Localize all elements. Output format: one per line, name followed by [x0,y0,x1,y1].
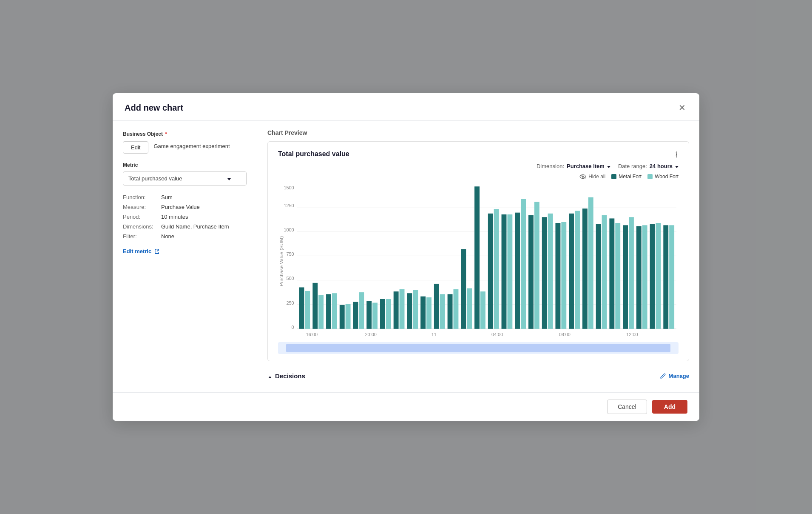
metric-select[interactable]: Total purchased value [123,171,247,186]
cancel-button[interactable]: Cancel [607,400,647,414]
metric-label: Metric [123,162,247,168]
dimension-control: Dimension: Purchase Item [537,163,610,169]
svg-text:20:00: 20:00 [365,331,377,337]
bar [502,214,507,329]
bar [569,214,574,329]
edit-metric-link[interactable]: Edit metric [123,248,247,254]
bar [494,209,499,329]
hide-icon [579,174,586,179]
bar [515,213,520,329]
svg-text:11: 11 [432,331,437,337]
legend-dot-metal-fort [611,174,616,179]
bar [359,292,364,329]
edit-business-object-button[interactable]: Edit [123,141,148,154]
metric-select-wrapper: Total purchased value [123,171,247,186]
metric-section: Metric Total purchased value [123,162,247,186]
bar [623,225,628,329]
dimension-chevron-icon [606,163,610,169]
modal-footer: Cancel Add [113,392,699,421]
bar [629,217,634,329]
bar [318,295,324,328]
function-value: Sum [161,194,247,200]
dimension-selector[interactable]: Purchase Item [567,163,610,169]
modal-header: Add new chart ✕ [113,93,699,121]
dimension-value: Purchase Item [567,163,605,169]
bar [467,288,472,329]
bar [400,289,405,329]
bar [615,223,620,329]
date-range-value: 24 hours [650,163,673,169]
svg-text:1500: 1500 [284,185,294,190]
legend-item-wood-fort: Wood Fort [647,174,679,180]
chart-scrollbar[interactable] [278,342,679,354]
filter-label: Filter: [123,233,161,240]
bar [588,197,593,329]
legend-label-metal-fort: Metal Fort [619,174,642,180]
chart-area: 0 250 500 750 1000 1250 1500 Purchase Va… [278,185,679,338]
svg-text:04:00: 04:00 [491,331,503,337]
chart-preview-title: Chart Preview [267,129,689,136]
bar [521,199,526,329]
bar-chart-svg: 0 250 500 750 1000 1250 1500 Purchase Va… [278,185,679,338]
bar [602,215,607,329]
bar [407,293,412,329]
dimensions-value: Guild Name, Purchase Item [161,223,247,230]
hide-all-button[interactable]: Hide all [579,174,605,180]
legend-dot-wood-fort [647,174,653,179]
bar [420,297,426,329]
bar [380,299,385,329]
bar [596,224,601,329]
date-range-selector[interactable]: 24 hours [650,163,679,169]
bar [426,297,432,329]
bar [332,293,337,329]
bar [448,294,453,329]
decisions-chevron-icon [267,372,272,380]
bar [305,291,310,329]
function-label: Function: [123,194,161,200]
bar [663,225,668,329]
chart-top-row: Total purchased value ⌇ [278,150,679,160]
bar [312,283,318,329]
measure-value: Purchase Value [161,204,247,210]
chart-container: Total purchased value ⌇ Dimension: Purch… [267,141,689,361]
svg-text:12:00: 12:00 [626,331,638,337]
chart-title: Total purchased value [278,150,349,158]
bar [582,208,588,329]
modal: Add new chart ✕ Business Object * Edit G… [113,93,699,421]
bar [326,294,331,329]
chevron-down-icon [227,175,231,182]
bar [561,222,566,329]
bar [488,214,493,329]
bar [440,294,445,329]
business-object-row: Edit Game engagement experiment [123,140,247,154]
left-panel: Business Object * Edit Game engagement e… [113,121,257,392]
right-panel: Chart Preview Total purchased value ⌇ Di… [257,121,699,392]
bar [548,214,553,329]
svg-text:08:00: 08:00 [559,331,571,337]
period-label: Period: [123,214,161,220]
bar [642,225,647,329]
bar [555,223,560,329]
bar [413,290,418,329]
dimension-label: Dimension: [537,163,564,169]
metric-details-grid: Function: Sum Measure: Purchase Value Pe… [123,194,247,240]
bar [394,291,399,329]
bar [542,217,547,329]
svg-text:500: 500 [287,276,294,281]
bar [434,284,439,329]
bar [534,202,539,329]
trend-line-icon: ⌇ [675,150,679,160]
bar [636,226,642,328]
manage-button[interactable]: Manage [660,373,689,379]
decisions-header: Decisions Manage [267,368,689,384]
scrollbar-thumb [286,344,670,352]
bar [386,299,391,329]
legend-label-wood-fort: Wood Fort [655,174,679,180]
decisions-title-row[interactable]: Decisions [267,372,305,380]
measure-label: Measure: [123,204,161,210]
close-button[interactable]: ✕ [677,102,687,114]
svg-text:1000: 1000 [284,227,294,232]
period-value: 10 minutes [161,214,247,220]
bar [453,289,458,329]
add-button[interactable]: Add [652,400,687,414]
